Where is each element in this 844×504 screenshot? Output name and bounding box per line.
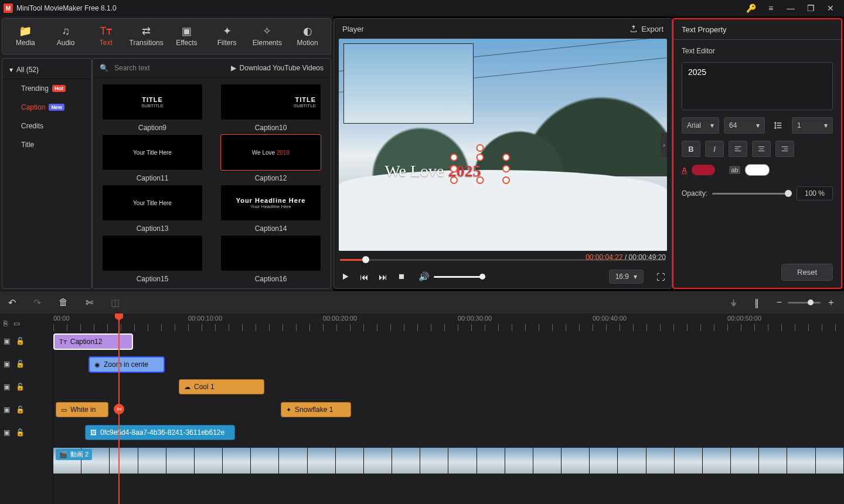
player-panel: Player Export We Love 2025 [333,18,672,289]
highlight-color-swatch[interactable] [745,164,770,176]
align-right-button[interactable] [775,141,794,157]
text-editor-label: Text Editor [682,47,833,55]
search-input[interactable]: Search text [114,64,150,72]
track-visible-icon[interactable]: ▣ [4,428,10,437]
search-icon[interactable]: 🔍 [100,64,108,72]
highlight-icon[interactable]: ab [729,166,740,174]
clip-effect[interactable]: ☁ Cool 1 [179,379,264,394]
zoom-out-icon[interactable]: − [777,297,782,308]
play-icon[interactable] [340,271,350,282]
track-visible-icon[interactable]: ▣ [4,383,10,391]
close-icon[interactable]: ✕ [821,0,840,16]
preview-area[interactable]: We Love 2025 › [339,39,667,251]
maximize-icon[interactable]: ❐ [801,0,821,16]
line-height-select[interactable]: 1▾ [792,117,833,134]
align-center-button[interactable] [752,141,771,157]
ruler[interactable]: 00:0000:00:10:0000:00:20:0000:00:30:0000… [53,314,844,333]
thumb-caption16[interactable]: Caption16 [216,235,326,283]
download-youtube-button[interactable]: ▶ Download YouTube Videos [231,64,324,72]
selection-handles[interactable] [450,154,510,184]
track-lock-icon[interactable]: 🔓 [16,406,25,414]
tab-motion[interactable]: ◐Motion [288,20,327,53]
font-color-icon[interactable]: A [682,166,687,175]
track-gutter: ⎘ ▭ ▣🔓 ▣🔓 ▣🔓 ▣🔓 ▣🔓 [0,314,53,504]
track-visible-icon[interactable]: ▣ [4,337,10,345]
tab-effects[interactable]: ▣Effects [167,20,206,53]
align-left-button[interactable] [729,141,747,157]
category-credits[interactable]: Credits [2,117,91,135]
fullscreen-icon[interactable]: ⛶ [655,271,666,282]
track-lock-icon[interactable]: 🔓 [16,428,25,437]
cut-marker-icon[interactable]: ✄ [114,404,124,414]
next-frame-icon[interactable]: ⏭ [377,271,388,282]
opacity-slider[interactable] [712,193,792,195]
track-lock-icon[interactable]: 🔓 [16,360,25,368]
tab-audio[interactable]: ♫Audio [46,20,86,53]
tab-elements[interactable]: ✧Elements [248,20,287,53]
clip-transition[interactable]: ▭ White in [56,402,108,417]
tab-transitions[interactable]: ⇄Transitions [127,20,166,53]
thumb-caption11[interactable]: Your Title HereCaption11 [97,134,207,182]
opacity-value[interactable]: 100 % [797,186,833,200]
font-color-swatch[interactable] [692,165,715,175]
snap-icon[interactable]: ‖ [754,297,759,308]
chevron-down-icon: ▾ [756,121,760,130]
magnet-icon[interactable]: ⏚ [731,297,737,308]
undo-icon[interactable]: ↶ [8,297,16,308]
thumb-caption14[interactable]: Your Headline HereYour Headline HereCapt… [216,185,326,233]
ruler-label: 00:00:10:00 [188,315,222,322]
category-trending[interactable]: TrendingHot [2,79,91,98]
category-all-label: All (52) [16,66,39,74]
app-title: MiniTool MovieMaker Free 8.1.0 [16,4,117,12]
download-youtube-label: Download YouTube Videos [240,64,324,72]
menu-icon[interactable]: ≡ [761,0,781,16]
track-manager-icon[interactable]: ▭ [13,319,20,328]
category-caption[interactable]: CaptionNew [2,98,91,117]
tab-filters[interactable]: ✦Filters [207,20,247,53]
thumb-caption10[interactable]: TITLESUBTITLECaption10 [216,84,326,132]
redo-icon[interactable]: ↷ [33,297,41,308]
track-visible-icon[interactable]: ▣ [4,360,10,368]
pip-thumbnail [343,43,474,124]
crop-icon[interactable]: ◫ [111,297,120,308]
filmstrip-track[interactable]: 🎬 動画 2 [53,448,844,474]
add-track-icon[interactable]: ⎘ [4,319,8,328]
clip-transition[interactable]: ✦ Snowflake 1 [281,402,351,417]
minimize-icon[interactable]: ― [781,0,801,16]
thumb-caption15[interactable]: Caption15 [97,235,207,283]
thumb-caption9[interactable]: TITLESUBTITLECaption9 [97,84,207,132]
aspect-ratio-select[interactable]: 16:9 ▾ [609,270,644,284]
prev-frame-icon[interactable]: ⏮ [359,271,369,282]
expand-panel-icon[interactable]: › [661,132,667,157]
track-visible-icon[interactable]: ▣ [4,406,10,414]
zoom-slider[interactable] [788,302,821,304]
thumb-caption13[interactable]: Your Title HereCaption13 [97,185,207,233]
export-button[interactable]: Export [629,25,663,33]
italic-button[interactable]: I [705,141,724,157]
font-family-select[interactable]: Arial▾ [682,117,719,134]
zoom-in-icon[interactable]: ＋ [826,297,836,309]
volume-control[interactable]: 🔊 [418,271,485,282]
folder-icon: 📁 [19,26,32,36]
tab-media[interactable]: 📁Media [6,20,45,53]
track-lock-icon[interactable]: 🔓 [16,337,25,345]
reset-button[interactable]: Reset [781,264,833,281]
delete-icon[interactable]: 🗑 [59,297,68,308]
stop-icon[interactable] [396,271,407,282]
volume-icon[interactable]: 🔊 [418,271,429,282]
text-editor-input[interactable]: 2025 [682,62,833,110]
split-icon[interactable]: ✄ [86,297,93,308]
track-lock-icon[interactable]: 🔓 [16,383,25,391]
bold-button[interactable]: B [682,141,700,157]
upgrade-key-icon[interactable]: 🔑 [741,0,761,16]
timeline-content[interactable]: 00:0000:00:10:0000:00:20:0000:00:30:0000… [53,314,844,504]
clip-text[interactable]: Tᴛ Caption12 [53,333,133,350]
tab-text[interactable]: TᴛText [87,20,126,53]
clip-media[interactable]: 🖼 0fc9e5d4-8aa7-4b36-8241-3611eb612e [85,425,235,440]
category-all[interactable]: ▾ All (52) [2,61,91,79]
seek-bar[interactable]: 00:00:04:22 / 00:00:49:20 [340,254,666,265]
category-title[interactable]: Title [2,135,91,154]
thumb-caption12[interactable]: We Love 2018Caption12 [216,134,326,182]
clip-motion[interactable]: ◉ Zoom in cente [89,356,165,373]
font-size-select[interactable]: 64▾ [724,117,765,134]
